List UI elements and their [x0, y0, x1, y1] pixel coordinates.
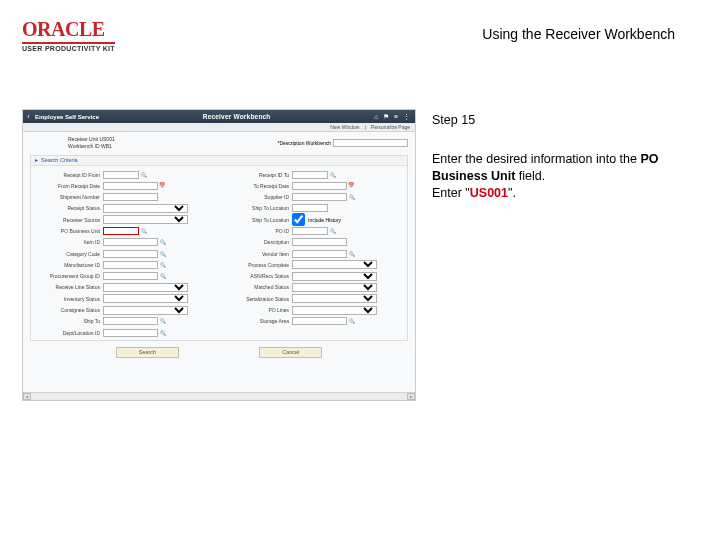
calendar-icon[interactable]: 📅 [348, 182, 355, 189]
form-field: Item ID🔍 [33, 237, 216, 247]
select-input[interactable] [292, 294, 377, 303]
select-input[interactable] [292, 260, 377, 269]
field-label: PO Lines [222, 307, 292, 313]
cancel-button[interactable]: Cancel [259, 347, 322, 358]
select-input[interactable] [103, 215, 188, 224]
text-input[interactable] [292, 171, 328, 179]
personalize-link[interactable]: Personalize Page [371, 124, 410, 130]
field-label: Manufacturer ID [33, 262, 103, 268]
text-input[interactable] [292, 317, 347, 325]
form-field: PO ID🔍 [222, 226, 405, 236]
description-input[interactable] [333, 139, 408, 147]
text-input[interactable] [103, 261, 158, 269]
lookup-icon[interactable]: 🔍 [159, 273, 166, 280]
text-input[interactable] [103, 193, 158, 201]
field-label: To Receipt Date [222, 183, 292, 189]
text-input[interactable] [103, 317, 158, 325]
field-label: PO Business Unit [33, 228, 103, 234]
menu-icon[interactable]: ≡ [394, 113, 398, 121]
field-label: Vendor Item [222, 251, 292, 257]
scroll-left-icon[interactable]: ◂ [23, 393, 31, 400]
app-screenshot: ‹ Employee Self Service Receiver Workben… [22, 109, 416, 401]
text-input[interactable] [103, 329, 158, 337]
description-field: *Description Workbench [277, 139, 408, 147]
field-label: Receipt Status [33, 205, 103, 211]
flag-icon[interactable]: ⚑ [383, 113, 389, 121]
field-label: Ship To Location [222, 217, 292, 223]
dots-icon[interactable]: ⋮ [403, 113, 410, 121]
text-input[interactable] [292, 227, 328, 235]
lookup-icon[interactable]: 🔍 [159, 329, 166, 336]
select-input[interactable] [103, 204, 188, 213]
form-field: PO Business Unit🔍 [33, 226, 216, 236]
lookup-icon[interactable]: 🔍 [348, 318, 355, 325]
breadcrumb-ess[interactable]: Employee Self Service [35, 114, 99, 120]
select-input[interactable] [103, 294, 188, 303]
lookup-icon[interactable]: 🔍 [159, 318, 166, 325]
field-label: PO ID [222, 228, 292, 234]
field-label: Storage Area [222, 318, 292, 324]
form-field: Receipt ID From🔍 [33, 170, 216, 180]
select-input[interactable] [292, 283, 377, 292]
checkbox-input[interactable] [292, 213, 305, 226]
home-icon[interactable]: ⌂ [374, 113, 378, 121]
form-field: Receipt ID To🔍 [222, 170, 405, 180]
text-input[interactable] [292, 250, 347, 258]
text-input[interactable] [292, 182, 347, 190]
form-field: Receive Line Status [33, 282, 216, 292]
lookup-icon[interactable]: 🔍 [348, 194, 355, 201]
text-input[interactable] [103, 272, 158, 280]
form-field: PO Lines [222, 305, 405, 315]
text-input[interactable] [292, 193, 347, 201]
back-icon[interactable]: ‹ [23, 113, 34, 120]
form-field: Shipment Number [33, 192, 216, 202]
text-input[interactable] [103, 182, 158, 190]
select-input[interactable] [292, 272, 377, 281]
chevron-down-icon: ▸ [35, 157, 38, 163]
field-label: Receive Line Status [33, 284, 103, 290]
header-row: Receiver Unit US001 Workbench ID WB1 *De… [30, 136, 408, 150]
text-input[interactable] [292, 238, 347, 246]
lookup-icon[interactable]: 🔍 [159, 250, 166, 257]
field-label: Ship To Location [222, 205, 292, 211]
form-field: Category Code🔍 [33, 249, 216, 259]
search-button[interactable]: Search [116, 347, 179, 358]
form-field: Manufacturer ID🔍 [33, 260, 216, 270]
section-header[interactable]: ▸ Search Criteria [31, 156, 407, 166]
field-label: Ship To [33, 318, 103, 324]
unit-info: Receiver Unit US001 Workbench ID WB1 [68, 136, 115, 150]
lookup-icon[interactable]: 🔍 [140, 227, 147, 234]
text-input[interactable] [103, 238, 158, 246]
horizontal-scrollbar[interactable]: ◂ ▸ [23, 392, 415, 400]
lookup-icon[interactable]: 🔍 [329, 171, 336, 178]
lookup-icon[interactable]: 🔍 [348, 250, 355, 257]
field-label: Receipt ID To [222, 172, 292, 178]
form-field: Description [222, 237, 405, 247]
field-label: From Receipt Date [33, 183, 103, 189]
scroll-right-icon[interactable]: ▸ [407, 393, 415, 400]
form-field: Consignee Status [33, 305, 216, 315]
calendar-icon[interactable]: 📅 [159, 182, 166, 189]
text-input[interactable] [103, 250, 158, 258]
select-input[interactable] [103, 306, 188, 315]
select-input[interactable] [103, 283, 188, 292]
form-field: Inventory Status [33, 294, 216, 304]
text-input[interactable] [292, 204, 328, 212]
field-label: ASN/Recv Status [222, 273, 292, 279]
field-label: Shipment Number [33, 194, 103, 200]
form-field: Serialization Status [222, 294, 405, 304]
new-window-link[interactable]: New Window [330, 124, 359, 130]
lookup-icon[interactable]: 🔍 [159, 239, 166, 246]
lookup-icon[interactable]: 🔍 [329, 227, 336, 234]
po-business-unit-input[interactable] [103, 227, 139, 235]
select-input[interactable] [292, 306, 377, 315]
form-field: From Receipt Date📅 [33, 181, 216, 191]
text-input[interactable] [103, 171, 139, 179]
lookup-icon[interactable]: 🔍 [140, 171, 147, 178]
form-field: Ship To Location [222, 203, 405, 213]
search-criteria-section: ▸ Search Criteria Receipt ID From🔍From R… [30, 155, 408, 341]
upk-label: USER PRODUCTIVITY KIT [22, 45, 115, 52]
lookup-icon[interactable]: 🔍 [159, 261, 166, 268]
instruction-text: Enter the desired information into the P… [432, 151, 692, 202]
form-field: Matched Status [222, 282, 405, 292]
